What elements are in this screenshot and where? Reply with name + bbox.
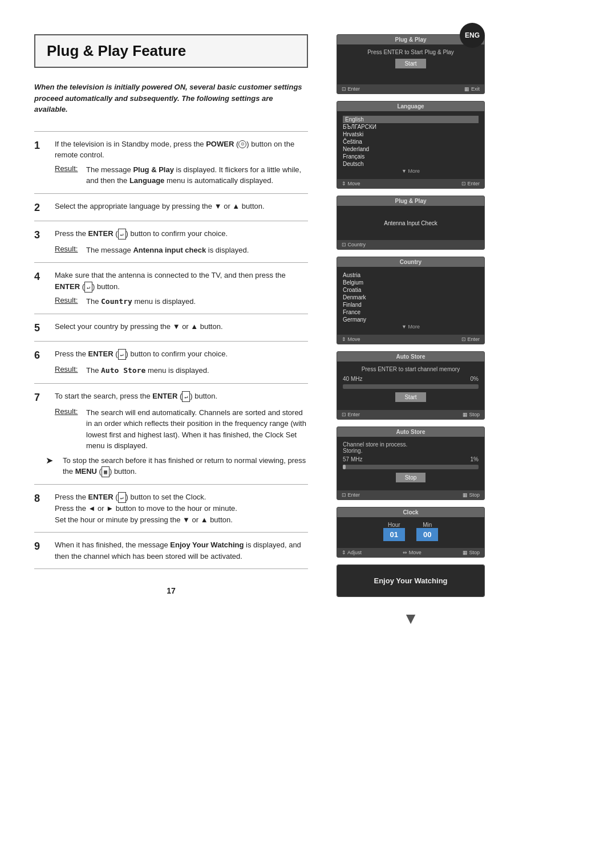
country-france[interactable]: France xyxy=(343,308,479,316)
plug-play-start-btn[interactable]: Start xyxy=(395,59,425,68)
step-text-1: If the television is in Standby mode, pr… xyxy=(55,139,308,161)
step-2: 2 Select the appropriate language by pre… xyxy=(34,194,308,221)
as2-percent: 1% xyxy=(471,456,479,462)
as1-start-btn[interactable]: Start xyxy=(395,392,425,402)
screen-footer-1: ⊡ Enter ▦ Exit xyxy=(337,84,484,94)
step-4: 4 Make sure that the antenna is connecte… xyxy=(34,263,308,314)
step-text-9: When it has finished, the message Enjoy … xyxy=(55,539,308,562)
step-number-1: 1 xyxy=(34,139,55,152)
clock-labels-row: Hour 01 Min 00 xyxy=(343,522,479,541)
lang-item-bg[interactable]: БЪЛГАРСКИ xyxy=(343,123,479,131)
step-number-5: 5 xyxy=(34,321,55,334)
screen-country: Country Austria Belgium Croatia Denmark … xyxy=(337,257,485,344)
country-belgium[interactable]: Belgium xyxy=(343,279,479,286)
screen-footer-lang: ⇕ Move ⊡ Enter xyxy=(337,179,484,188)
screen-plug-play-2: Plug & Play Antenna Input Check ⊡ Countr… xyxy=(337,196,485,250)
screen-enjoy: Enjoy Your Watching xyxy=(337,564,485,597)
footer-enter-as2: ⊡ Enter xyxy=(342,492,360,498)
as2-stop-btn[interactable]: Stop xyxy=(396,473,426,482)
enter-icon-6: ↵ xyxy=(118,349,126,360)
menu-icon-7: ▦ xyxy=(102,466,110,477)
result-text-7: The search will end automatically. Chann… xyxy=(86,407,308,452)
country-austria[interactable]: Austria xyxy=(343,271,479,279)
title-box: Plug & Play Feature xyxy=(34,34,308,68)
antenna-check-text: Antenna Input Check xyxy=(384,220,437,226)
country-finland[interactable]: Finland xyxy=(343,301,479,308)
result-text-3: The message Antenna input check is displ… xyxy=(86,245,308,256)
language-list: English БЪЛГАРСКИ Hrvatski Čeština Neder… xyxy=(343,116,479,174)
screen-title-country: Country xyxy=(337,257,484,267)
result-label-3: Result: xyxy=(55,245,86,256)
footer-country: ⊡ Country xyxy=(342,242,366,247)
step-7: 7 To start the search, press the ENTER (… xyxy=(34,384,308,485)
screen-title-as1: Auto Store xyxy=(337,352,484,362)
step-number-2: 2 xyxy=(34,201,55,214)
result-text-1: The message Plug & Play is displayed. It… xyxy=(86,164,308,186)
country-denmark[interactable]: Denmark xyxy=(343,294,479,301)
as1-freq: 40 MHz xyxy=(343,376,362,382)
step-number-9: 9 xyxy=(34,539,55,553)
screen-body-pp2: Antenna Input Check xyxy=(337,206,484,240)
lang-item-fr[interactable]: Français xyxy=(343,153,479,160)
step-text-3: Press the ENTER (↵) button to confirm yo… xyxy=(55,228,308,239)
footer-move-lang: ⇕ Move xyxy=(342,181,360,186)
step-text-4: Make sure that the antenna is connected … xyxy=(55,270,308,293)
as2-freq: 57 MHz xyxy=(343,456,362,462)
screen-body-lang: English БЪЛГАРСКИ Hrvatski Čeština Neder… xyxy=(337,111,484,179)
lang-item-hr[interactable]: Hrvatski xyxy=(343,131,479,138)
clock-hour-group: Hour 01 xyxy=(383,522,405,541)
country-more[interactable]: ▼ More xyxy=(343,323,479,330)
screen-footer-as1: ⊡ Enter ▦ Stop xyxy=(337,410,484,419)
as1-percent: 0% xyxy=(471,376,479,382)
main-content: Plug & Play Feature When the television … xyxy=(0,34,331,823)
step-number-8: 8 xyxy=(34,492,55,505)
step-number-4: 4 xyxy=(34,270,55,283)
step-8: 8 Press the ENTER (↵) button to set the … xyxy=(34,485,308,533)
page-title: Plug & Play Feature xyxy=(47,42,186,59)
enter-icon-3: ↵ xyxy=(118,229,126,239)
as1-prompt: Press ENTER to start channel memory xyxy=(343,366,479,372)
as2-progress-outer xyxy=(343,465,479,469)
screen-clock: Clock Hour 01 Min 00 ⇕ Adjust ⇔ Move ▦ S… xyxy=(337,507,485,558)
intro-paragraph: When the television is initially powered… xyxy=(34,82,308,115)
footer-enter-as1: ⊡ Enter xyxy=(342,412,360,417)
step-5: 5 Select your country by pressing the ▼ … xyxy=(34,314,308,342)
step-number-3: 3 xyxy=(34,228,55,241)
footer-move-clock: ⇔ Move xyxy=(403,550,422,555)
step-1: 1 If the television is in Standby mode, … xyxy=(34,132,308,194)
plug-play-prompt: Press ENTER to Start Plug & Play xyxy=(343,49,479,55)
screen-body-1: Press ENTER to Start Plug & Play Start xyxy=(337,44,484,84)
step-text-5: Select your country by pressing the ▼ or… xyxy=(55,321,308,332)
enter-icon-8: ↵ xyxy=(118,492,126,503)
as1-progress-outer xyxy=(343,384,479,389)
note-arrow-7: ➤ xyxy=(46,455,59,466)
lang-item-nl[interactable]: Nederland xyxy=(343,145,479,153)
screen-body-as2: Channel store in process. Storing. 57 MH… xyxy=(337,437,484,490)
lang-item-english[interactable]: English xyxy=(343,116,479,123)
clock-hour-value: 01 xyxy=(383,528,405,541)
footer-enter-1: ⊡ Enter xyxy=(342,86,360,92)
country-germany[interactable]: Germany xyxy=(343,316,479,323)
result-label-1: Result: xyxy=(55,164,86,186)
footer-stop-as1: ▦ Stop xyxy=(463,412,480,417)
lang-item-cs[interactable]: Čeština xyxy=(343,138,479,145)
result-text-4: The Country menu is displayed. xyxy=(86,296,308,307)
step-text-7: To start the search, press the ENTER (↵)… xyxy=(55,391,308,402)
clock-min-value: 00 xyxy=(416,528,438,541)
screen-language: Language English БЪЛГАРСКИ Hrvatski Češt… xyxy=(337,101,485,189)
note-text-7: To stop the search before it has finishe… xyxy=(63,455,308,478)
result-text-6: The Auto Store menu is displayed. xyxy=(86,365,308,376)
power-icon: ⊙ xyxy=(238,140,246,148)
lang-more[interactable]: ▼ More xyxy=(343,168,479,174)
clock-min-group: Min 00 xyxy=(416,522,438,541)
step-text-6: Press the ENTER (↵) button to confirm yo… xyxy=(55,348,308,360)
step-text-2: Select the appropriate language by press… xyxy=(55,201,308,212)
step-number-7: 7 xyxy=(34,391,55,404)
lang-item-de[interactable]: Deutsch xyxy=(343,160,479,168)
screen-title-clock: Clock xyxy=(337,507,484,517)
screen-auto-store-1: Auto Store Press ENTER to start channel … xyxy=(337,351,485,420)
country-croatia[interactable]: Croatia xyxy=(343,286,479,294)
bottom-arrow: ▼ xyxy=(337,610,485,628)
footer-adjust-clock: ⇕ Adjust xyxy=(342,550,362,555)
screen-footer-as2: ⊡ Enter ▦ Stop xyxy=(337,490,484,499)
